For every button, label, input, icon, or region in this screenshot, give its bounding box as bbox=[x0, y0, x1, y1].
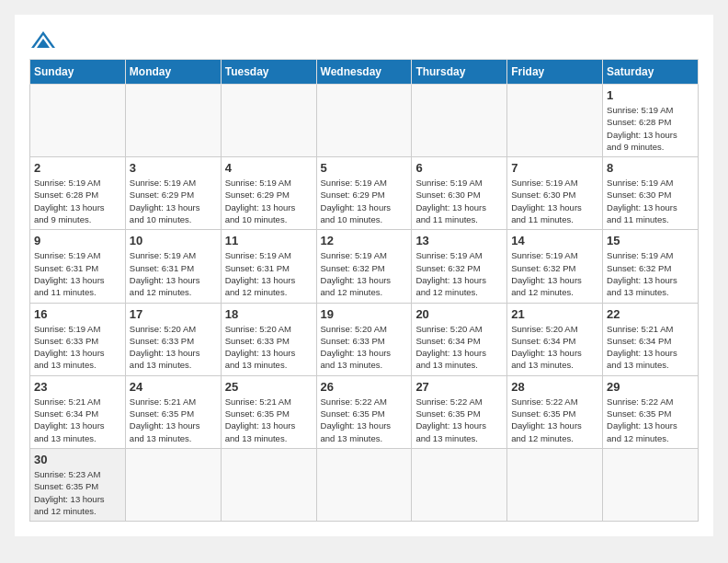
col-thursday: Thursday bbox=[412, 60, 507, 85]
day-info: Sunrise: 5:19 AMSunset: 6:31 PMDaylight:… bbox=[34, 249, 121, 298]
calendar-cell: 30Sunrise: 5:23 AMSunset: 6:35 PMDayligh… bbox=[30, 448, 126, 521]
calendar-cell bbox=[603, 448, 699, 521]
calendar-cell bbox=[30, 85, 126, 157]
calendar-cell: 18Sunrise: 5:20 AMSunset: 6:33 PMDayligh… bbox=[221, 303, 316, 375]
calendar-cell: 14Sunrise: 5:19 AMSunset: 6:32 PMDayligh… bbox=[507, 230, 603, 303]
calendar-cell: 7Sunrise: 5:19 AMSunset: 6:30 PMDaylight… bbox=[507, 157, 603, 230]
calendar-week-row: 1Sunrise: 5:19 AMSunset: 6:28 PMDaylight… bbox=[30, 85, 699, 157]
calendar-cell: 8Sunrise: 5:19 AMSunset: 6:30 PMDaylight… bbox=[603, 157, 699, 230]
day-number: 24 bbox=[130, 380, 217, 394]
day-info: Sunrise: 5:21 AMSunset: 6:35 PMDaylight:… bbox=[225, 396, 313, 444]
day-info: Sunrise: 5:23 AMSunset: 6:35 PMDaylight:… bbox=[34, 468, 121, 517]
day-info: Sunrise: 5:21 AMSunset: 6:35 PMDaylight:… bbox=[130, 396, 217, 444]
calendar-cell: 27Sunrise: 5:22 AMSunset: 6:35 PMDayligh… bbox=[412, 375, 507, 448]
day-info: Sunrise: 5:19 AMSunset: 6:33 PMDaylight:… bbox=[34, 323, 121, 372]
calendar-table: Sunday Monday Tuesday Wednesday Thursday… bbox=[29, 59, 699, 522]
calendar-cell: 17Sunrise: 5:20 AMSunset: 6:33 PMDayligh… bbox=[125, 303, 221, 375]
day-info: Sunrise: 5:21 AMSunset: 6:34 PMDaylight:… bbox=[34, 396, 121, 444]
day-number: 20 bbox=[415, 307, 503, 321]
col-friday: Friday bbox=[507, 60, 603, 85]
calendar-header-row: Sunday Monday Tuesday Wednesday Thursday… bbox=[30, 60, 699, 85]
calendar-cell bbox=[316, 85, 412, 157]
calendar-cell: 12Sunrise: 5:19 AMSunset: 6:32 PMDayligh… bbox=[316, 230, 412, 303]
calendar-cell bbox=[316, 448, 412, 521]
calendar-cell: 6Sunrise: 5:19 AMSunset: 6:30 PMDaylight… bbox=[412, 157, 507, 230]
col-saturday: Saturday bbox=[603, 60, 699, 85]
day-info: Sunrise: 5:19 AMSunset: 6:32 PMDaylight:… bbox=[415, 249, 503, 298]
calendar-week-row: 23Sunrise: 5:21 AMSunset: 6:34 PMDayligh… bbox=[30, 375, 699, 448]
calendar-cell bbox=[412, 448, 507, 521]
day-number: 15 bbox=[607, 234, 694, 247]
calendar-cell bbox=[412, 85, 507, 157]
day-number: 25 bbox=[225, 380, 313, 394]
day-info: Sunrise: 5:20 AMSunset: 6:34 PMDaylight:… bbox=[415, 323, 503, 372]
day-number: 4 bbox=[225, 161, 313, 175]
day-info: Sunrise: 5:19 AMSunset: 6:32 PMDaylight:… bbox=[511, 249, 598, 298]
day-info: Sunrise: 5:19 AMSunset: 6:29 PMDaylight:… bbox=[321, 177, 408, 225]
day-number: 3 bbox=[130, 161, 217, 175]
col-monday: Monday bbox=[125, 60, 221, 85]
day-info: Sunrise: 5:20 AMSunset: 6:34 PMDaylight:… bbox=[511, 323, 598, 372]
calendar-cell bbox=[125, 85, 221, 157]
page-header bbox=[29, 29, 699, 52]
day-number: 5 bbox=[321, 161, 408, 175]
calendar-cell: 21Sunrise: 5:20 AMSunset: 6:34 PMDayligh… bbox=[507, 303, 603, 375]
day-number: 17 bbox=[130, 307, 217, 321]
calendar-cell bbox=[507, 448, 603, 521]
day-number: 7 bbox=[511, 161, 598, 175]
day-info: Sunrise: 5:22 AMSunset: 6:35 PMDaylight:… bbox=[607, 396, 694, 444]
calendar-cell: 4Sunrise: 5:19 AMSunset: 6:29 PMDaylight… bbox=[221, 157, 316, 230]
calendar-cell bbox=[221, 448, 316, 521]
day-number: 29 bbox=[607, 380, 694, 394]
day-number: 8 bbox=[607, 161, 694, 175]
calendar-cell: 15Sunrise: 5:19 AMSunset: 6:32 PMDayligh… bbox=[603, 230, 699, 303]
day-info: Sunrise: 5:20 AMSunset: 6:33 PMDaylight:… bbox=[321, 323, 408, 372]
calendar-cell: 23Sunrise: 5:21 AMSunset: 6:34 PMDayligh… bbox=[30, 375, 126, 448]
day-info: Sunrise: 5:20 AMSunset: 6:33 PMDaylight:… bbox=[225, 323, 313, 372]
day-number: 21 bbox=[511, 307, 598, 321]
day-info: Sunrise: 5:19 AMSunset: 6:31 PMDaylight:… bbox=[225, 249, 313, 298]
calendar-cell: 25Sunrise: 5:21 AMSunset: 6:35 PMDayligh… bbox=[221, 375, 316, 448]
calendar-cell: 13Sunrise: 5:19 AMSunset: 6:32 PMDayligh… bbox=[412, 230, 507, 303]
col-tuesday: Tuesday bbox=[221, 60, 316, 85]
calendar-cell: 19Sunrise: 5:20 AMSunset: 6:33 PMDayligh… bbox=[316, 303, 412, 375]
calendar-cell bbox=[125, 448, 221, 521]
day-info: Sunrise: 5:22 AMSunset: 6:35 PMDaylight:… bbox=[415, 396, 503, 444]
day-number: 19 bbox=[321, 307, 408, 321]
day-number: 27 bbox=[415, 380, 503, 394]
day-info: Sunrise: 5:19 AMSunset: 6:32 PMDaylight:… bbox=[607, 249, 694, 298]
calendar-week-row: 16Sunrise: 5:19 AMSunset: 6:33 PMDayligh… bbox=[30, 303, 699, 375]
calendar-cell: 3Sunrise: 5:19 AMSunset: 6:29 PMDaylight… bbox=[125, 157, 221, 230]
day-number: 14 bbox=[511, 234, 598, 247]
day-number: 23 bbox=[34, 380, 121, 394]
day-number: 6 bbox=[415, 161, 503, 175]
calendar-page: Sunday Monday Tuesday Wednesday Thursday… bbox=[15, 15, 713, 536]
day-number: 18 bbox=[225, 307, 313, 321]
day-number: 1 bbox=[607, 88, 694, 102]
day-info: Sunrise: 5:21 AMSunset: 6:34 PMDaylight:… bbox=[607, 323, 694, 372]
day-info: Sunrise: 5:19 AMSunset: 6:30 PMDaylight:… bbox=[511, 177, 598, 225]
calendar-week-row: 30Sunrise: 5:23 AMSunset: 6:35 PMDayligh… bbox=[30, 448, 699, 521]
day-number: 9 bbox=[34, 234, 121, 247]
day-number: 22 bbox=[607, 307, 694, 321]
day-number: 16 bbox=[34, 307, 121, 321]
day-info: Sunrise: 5:19 AMSunset: 6:30 PMDaylight:… bbox=[607, 177, 694, 225]
calendar-cell: 1Sunrise: 5:19 AMSunset: 6:28 PMDaylight… bbox=[603, 85, 699, 157]
calendar-cell bbox=[507, 85, 603, 157]
day-number: 30 bbox=[34, 453, 121, 466]
col-sunday: Sunday bbox=[30, 60, 126, 85]
calendar-cell: 29Sunrise: 5:22 AMSunset: 6:35 PMDayligh… bbox=[603, 375, 699, 448]
logo-icon bbox=[29, 29, 57, 52]
calendar-cell: 11Sunrise: 5:19 AMSunset: 6:31 PMDayligh… bbox=[221, 230, 316, 303]
day-info: Sunrise: 5:19 AMSunset: 6:30 PMDaylight:… bbox=[415, 177, 503, 225]
calendar-cell: 26Sunrise: 5:22 AMSunset: 6:35 PMDayligh… bbox=[316, 375, 412, 448]
day-info: Sunrise: 5:19 AMSunset: 6:28 PMDaylight:… bbox=[607, 104, 694, 153]
calendar-cell: 9Sunrise: 5:19 AMSunset: 6:31 PMDaylight… bbox=[30, 230, 126, 303]
day-number: 13 bbox=[415, 234, 503, 247]
day-info: Sunrise: 5:22 AMSunset: 6:35 PMDaylight:… bbox=[511, 396, 598, 444]
calendar-cell: 10Sunrise: 5:19 AMSunset: 6:31 PMDayligh… bbox=[125, 230, 221, 303]
day-number: 2 bbox=[34, 161, 121, 175]
day-number: 28 bbox=[511, 380, 598, 394]
day-info: Sunrise: 5:19 AMSunset: 6:32 PMDaylight:… bbox=[321, 249, 408, 298]
day-info: Sunrise: 5:19 AMSunset: 6:29 PMDaylight:… bbox=[225, 177, 313, 225]
